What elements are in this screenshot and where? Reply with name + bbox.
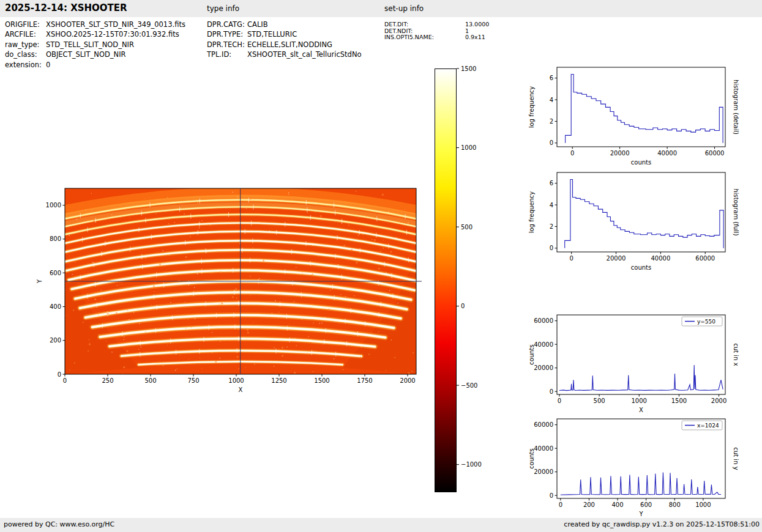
info-label: TPL.ID: <box>207 50 247 59</box>
type-info-heading: type info <box>207 4 239 13</box>
svg-text:400: 400 <box>611 501 623 508</box>
svg-text:2000: 2000 <box>711 397 727 404</box>
info-value: CALIB <box>247 20 268 29</box>
info-label: do_class: <box>5 50 46 59</box>
svg-text:20000: 20000 <box>534 468 553 475</box>
footer-right-text: created by qc_rawdisp.py v1.2.3 on 2025-… <box>564 520 760 528</box>
svg-text:1750: 1750 <box>357 377 372 384</box>
svg-text:counts: counts <box>528 344 535 364</box>
svg-text:Y: Y <box>638 511 643 517</box>
info-label: extension: <box>5 60 46 70</box>
info-label: ARCFILE: <box>5 29 46 39</box>
info-row: DPR.TECH:ECHELLE,SLIT,NODDING <box>207 40 362 50</box>
info-label: DET.DIT: <box>384 21 465 28</box>
svg-text:1000: 1000 <box>695 501 711 508</box>
file-info-block: ORIGFILE:XSHOOTER_SLT_STD_NIR_349_0013.f… <box>5 20 185 70</box>
svg-text:600: 600 <box>640 501 652 508</box>
svg-text:750: 750 <box>187 377 199 384</box>
colorbar: 150010005000−500−1000 <box>428 61 496 498</box>
info-label: INS.OPTI5.NAME: <box>384 34 465 41</box>
info-label: raw_type: <box>5 40 46 50</box>
svg-text:60000: 60000 <box>695 255 715 262</box>
info-value: 0 <box>46 60 50 70</box>
svg-text:40000: 40000 <box>651 255 670 262</box>
svg-text:histogram (detail): histogram (detail) <box>733 79 739 135</box>
svg-text:20000: 20000 <box>534 364 553 371</box>
svg-text:cut in x: cut in x <box>733 343 739 366</box>
info-label: ORIGFILE: <box>5 20 46 29</box>
svg-text:1000: 1000 <box>46 202 61 209</box>
footer-left-text: powered by QC: www.eso.org/HC <box>4 520 114 528</box>
svg-text:2: 2 <box>550 118 553 125</box>
svg-text:20000: 20000 <box>610 150 630 157</box>
info-row: DET.DIT:13.0000 <box>384 21 489 28</box>
svg-text:200: 200 <box>50 337 61 344</box>
raw-image-plot: 0250500750100012501500175020000200400600… <box>18 177 447 415</box>
svg-text:−500: −500 <box>461 382 477 389</box>
qc-report-page: 2025-12-14: XSHOOTER type info set-up in… <box>0 0 762 532</box>
svg-text:−1000: −1000 <box>461 461 482 468</box>
histogram-full-plot: 02000040000600000246countslog frequencyh… <box>523 166 762 274</box>
info-row: DPR.CATG:CALIB <box>207 20 362 29</box>
info-row: extension:0 <box>5 60 185 70</box>
histogram-detail-plot: 02000040000600000246countslog frequencyh… <box>523 61 762 169</box>
svg-text:Y: Y <box>36 279 43 284</box>
info-value: OBJECT_SLIT_NOD_NIR <box>46 50 126 59</box>
info-row: DPR.TYPE:STD,TELLURIC <box>207 29 362 39</box>
svg-text:1000: 1000 <box>228 377 244 384</box>
svg-text:counts: counts <box>528 448 535 468</box>
type-info-block: DPR.CATG:CALIB DPR.TYPE:STD,TELLURIC DPR… <box>207 20 362 60</box>
svg-text:1000: 1000 <box>632 397 647 404</box>
svg-text:600: 600 <box>50 270 61 276</box>
colorbar-ticks: 150010005000−500−1000 <box>428 61 496 498</box>
svg-text:0: 0 <box>550 139 553 146</box>
report-title: 2025-12-14: XSHOOTER <box>5 2 127 13</box>
svg-text:2: 2 <box>550 223 553 230</box>
info-value: 0.9x11 <box>465 34 485 41</box>
info-label: DPR.CATG: <box>207 20 247 29</box>
histogram-detail-canvas: 02000040000600000246countslog frequencyh… <box>523 61 762 166</box>
info-value: ECHELLE,SLIT,NODDING <box>247 40 332 50</box>
svg-text:y=550: y=550 <box>697 319 715 325</box>
svg-text:histogram (full): histogram (full) <box>733 188 739 235</box>
svg-text:0: 0 <box>550 492 553 499</box>
svg-text:log frequency: log frequency <box>528 86 535 128</box>
svg-text:200: 200 <box>583 501 595 508</box>
info-row: do_class:OBJECT_SLIT_NOD_NIR <box>5 50 185 59</box>
info-value: STD_TELL_SLIT_NOD_NIR <box>46 40 134 50</box>
info-value: XSHOOTER_slt_cal_TelluricStdNo <box>247 50 362 59</box>
svg-text:60000: 60000 <box>534 421 553 428</box>
svg-text:2000: 2000 <box>400 377 415 384</box>
svg-text:0: 0 <box>461 303 465 309</box>
setup-info-heading: set-up info <box>384 4 424 13</box>
svg-text:0: 0 <box>558 397 561 404</box>
svg-text:0: 0 <box>569 255 573 262</box>
svg-text:60000: 60000 <box>705 150 725 157</box>
svg-text:4: 4 <box>550 97 553 103</box>
svg-text:0: 0 <box>63 377 67 384</box>
svg-text:40000: 40000 <box>657 150 677 157</box>
svg-text:20000: 20000 <box>607 255 626 262</box>
svg-text:counts: counts <box>631 159 651 166</box>
svg-text:6: 6 <box>550 75 553 81</box>
footer-bar: powered by QC: www.eso.org/HC created by… <box>0 518 762 532</box>
svg-text:log frequency: log frequency <box>528 191 535 234</box>
svg-text:4: 4 <box>550 202 553 209</box>
info-value: XSHOO.2025-12-15T07:30:01.932.fits <box>46 29 179 39</box>
header-bar: 2025-12-14: XSHOOTER type info set-up in… <box>0 0 762 17</box>
svg-text:x=1024: x=1024 <box>697 423 719 429</box>
cut-in-y-plot: 020040060080010000200004000060000Ycounts… <box>523 413 762 520</box>
info-row: ARCFILE:XSHOO.2025-12-15T07:30:01.932.fi… <box>5 29 185 39</box>
svg-text:500: 500 <box>461 224 473 231</box>
histogram-full-canvas: 02000040000600000246countslog frequencyh… <box>523 166 762 272</box>
svg-text:500: 500 <box>594 397 605 404</box>
cut-in-x-canvas: 05001000150020000200004000060000Xcountsc… <box>523 309 762 414</box>
svg-text:1500: 1500 <box>671 397 687 404</box>
svg-text:400: 400 <box>50 303 61 310</box>
svg-text:500: 500 <box>144 377 156 384</box>
info-row: TPL.ID:XSHOOTER_slt_cal_TelluricStdNo <box>207 50 362 59</box>
svg-text:counts: counts <box>631 264 651 271</box>
svg-text:1250: 1250 <box>271 377 286 384</box>
info-label: DPR.TECH: <box>207 40 247 50</box>
info-row: raw_type:STD_TELL_SLIT_NOD_NIR <box>5 40 185 50</box>
